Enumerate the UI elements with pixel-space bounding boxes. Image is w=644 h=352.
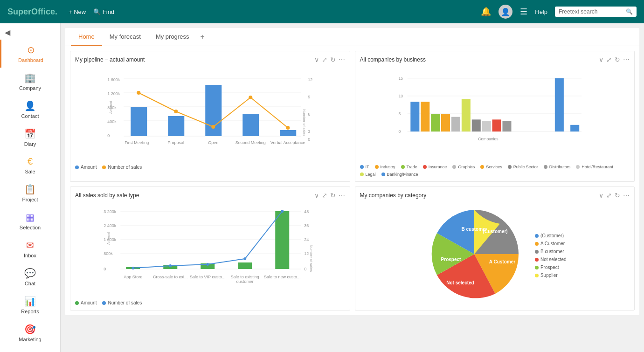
sidebar-item-label-marketing: Marketing <box>19 337 41 342</box>
bar-graphics <box>451 117 460 131</box>
svg-text:First Meeting: First Meeting <box>125 140 149 145</box>
sidebar-collapse-button[interactable]: ◀ <box>0 25 60 40</box>
bar-new <box>275 211 289 269</box>
legend-sales-num: Number of sales <box>102 300 142 305</box>
chart-pipeline-title: My pipeline – actual amount <box>75 56 145 63</box>
svg-text:24: 24 <box>304 237 309 242</box>
sidebar-item-project[interactable]: 📋 Project <box>0 179 60 207</box>
svg-text:B customer: B customer <box>461 227 487 232</box>
chart-sales-type: All sales sold by sale type ∨ ⤢ ↻ ⋯ 3 20… <box>70 186 350 311</box>
category-menu-icon[interactable]: ⋯ <box>623 192 630 199</box>
sidebar-item-label-reports: Reports <box>21 309 39 314</box>
svg-text:5: 5 <box>398 111 401 116</box>
bar-industry <box>421 102 429 131</box>
dashboard-icon: ⊙ <box>27 44 35 55</box>
sidebar-item-sale[interactable]: € Sale <box>0 152 60 179</box>
selection-icon: ▦ <box>26 212 35 223</box>
legend-industry: Industry <box>375 165 395 169</box>
search-input[interactable] <box>559 8 624 15</box>
legend-label-num-sales: Number of sales <box>108 165 142 170</box>
bar-insurance <box>492 119 501 131</box>
bar-it <box>410 102 419 131</box>
sales-type-refresh-icon[interactable]: ↻ <box>330 192 336 199</box>
user-avatar[interactable]: 👤 <box>499 5 512 19</box>
sidebar-item-label-diary: Diary <box>24 141 36 147</box>
bar-verbal-acceptance <box>280 130 296 136</box>
sidebar-item-label-selection: Selection <box>20 225 41 230</box>
legend-hotel: Hotel/Restaurant <box>576 165 613 169</box>
svg-text:Not selected: Not selected <box>446 280 474 285</box>
bar-proposal <box>168 116 184 136</box>
pipeline-dropdown-icon[interactable]: ∨ <box>314 56 319 63</box>
pipeline-menu-icon[interactable]: ⋯ <box>339 56 345 63</box>
svg-text:12: 12 <box>304 251 309 256</box>
svg-text:6: 6 <box>308 112 310 117</box>
svg-text:0: 0 <box>308 137 310 142</box>
tab-home[interactable]: Home <box>71 28 102 46</box>
chart-sales-type-container: 3 200k 2 400k 1 600k 800k 0 Amount 48 36… <box>75 203 345 297</box>
tab-forecast[interactable]: My forecast <box>102 28 148 46</box>
chart-companies-title: All companies by business <box>360 56 426 63</box>
companies-menu-icon[interactable]: ⋯ <box>623 56 630 63</box>
companies-refresh-icon[interactable]: ↻ <box>615 56 620 63</box>
sidebar-item-chat[interactable]: 💬 Chat <box>0 263 60 291</box>
tab-progress[interactable]: My progress <box>148 28 197 46</box>
sales-type-line <box>133 211 282 268</box>
sales-type-dropdown-icon[interactable]: ∨ <box>314 192 319 199</box>
svg-text:Amount: Amount <box>106 232 111 245</box>
find-button[interactable]: 🔍 Find <box>93 8 114 15</box>
company-icon: 🏢 <box>24 72 36 83</box>
svg-text:Amount: Amount <box>109 101 113 114</box>
chart-category-title: My companies by category <box>360 192 427 199</box>
search-icon: 🔍 <box>626 8 633 15</box>
svg-text:36: 36 <box>304 223 309 228</box>
content-area: Home My forecast My progress + My pipeli… <box>61 23 644 352</box>
sidebar-item-inbox[interactable]: ✉ Inbox <box>0 235 60 263</box>
pipeline-expand-icon[interactable]: ⤢ <box>322 56 327 63</box>
sidebar-item-dashboard[interactable]: ⊙ Dashboard <box>0 40 60 68</box>
chart-pipeline-legend: Amount Number of sales <box>75 165 345 170</box>
sidebar-item-service[interactable]: 🔧 Service <box>0 347 60 352</box>
bar-legal <box>461 99 470 132</box>
top-nav-right: 🔔 👤 ☰ Help 🔍 <box>481 5 637 19</box>
sales-type-expand-icon[interactable]: ⤢ <box>322 192 327 199</box>
tab-add-button[interactable]: + <box>196 28 208 46</box>
sidebar-item-company[interactable]: 🏢 Company <box>0 68 60 96</box>
legend-label-amount: Amount <box>81 165 97 170</box>
notifications-icon[interactable]: 🔔 <box>481 7 491 17</box>
sidebar-item-selection[interactable]: ▦ Selection <box>0 207 60 235</box>
sidebar-item-reports[interactable]: 📊 Reports <box>0 291 60 319</box>
chart-category-legend: (Customer) A Customer B customer <box>535 233 567 278</box>
chart-sales-type-legend: Amount Number of sales <box>75 300 345 305</box>
contact-icon: 👤 <box>24 100 36 111</box>
chart-companies: All companies by business ∨ ⤢ ↻ ⋯ 15 10 <box>355 51 635 182</box>
main-layout: ◀ ⊙ Dashboard 🏢 Company 👤 Contact 📅 Diar… <box>0 23 644 352</box>
category-dropdown-icon[interactable]: ∨ <box>599 192 603 199</box>
sidebar-item-diary[interactable]: 📅 Diary <box>0 124 60 152</box>
svg-text:0: 0 <box>107 133 110 138</box>
sidebar-item-contact[interactable]: 👤 Contact <box>0 96 60 124</box>
new-button[interactable]: + New <box>69 8 86 15</box>
svg-text:0: 0 <box>398 129 401 134</box>
svg-text:Sale to existing: Sale to existing <box>231 275 259 279</box>
app-logo: SuperOffice. <box>7 7 57 17</box>
search-box: 🔍 <box>555 7 637 17</box>
legend-services: Services <box>480 165 502 169</box>
sidebar-item-label-sale: Sale <box>25 169 35 174</box>
category-refresh-icon[interactable]: ↻ <box>615 192 620 199</box>
legend-b-customer: B customer <box>535 249 567 254</box>
sidebar-item-marketing[interactable]: 🎯 Marketing <box>0 319 60 347</box>
chart-sales-type-title: All sales sold by sale type <box>75 192 139 199</box>
svg-text:2 400k: 2 400k <box>104 223 117 228</box>
bar-services <box>441 114 450 131</box>
chart-pipeline-container: 1 600k 1 200k 800k 400k 0 Amount 12 9 6 … <box>75 67 345 162</box>
chart-sales-type-actions: ∨ ⤢ ↻ ⋯ <box>314 192 345 199</box>
help-button[interactable]: Help <box>535 8 547 15</box>
reports-icon: 📊 <box>24 296 36 307</box>
pipeline-refresh-icon[interactable]: ↻ <box>330 56 336 63</box>
menu-icon[interactable]: ☰ <box>520 7 527 17</box>
companies-dropdown-icon[interactable]: ∨ <box>599 56 603 63</box>
companies-expand-icon[interactable]: ⤢ <box>606 56 612 63</box>
category-expand-icon[interactable]: ⤢ <box>606 192 612 199</box>
sales-type-menu-icon[interactable]: ⋯ <box>339 192 345 199</box>
